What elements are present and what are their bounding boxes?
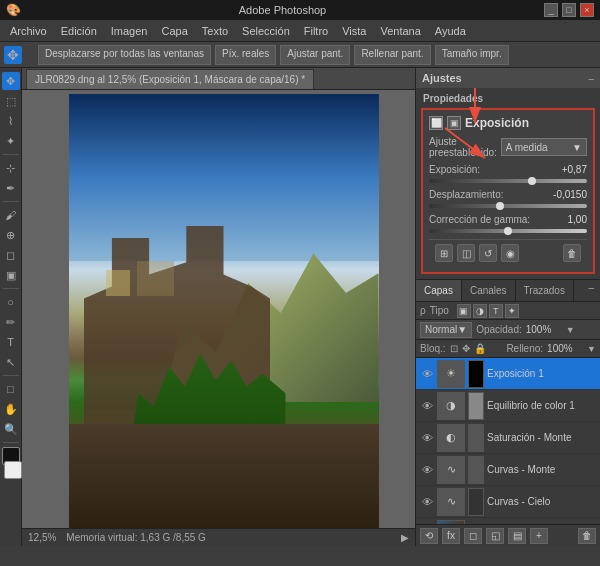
menu-ventana[interactable]: Ventana <box>374 23 426 39</box>
minimize-button[interactable]: _ <box>544 3 558 17</box>
canvas-tab[interactable]: JLR0829.dng al 12,5% (Exposición 1, Másc… <box>26 69 314 89</box>
gamma-slider[interactable] <box>429 229 587 233</box>
layers-footer: ⟲ fx ◻ ◱ ▤ + 🗑 <box>416 524 600 546</box>
preset-row: Ajuste preestablecido: A medida ▼ <box>429 136 587 158</box>
tab-canales[interactable]: Canales <box>462 280 516 301</box>
adjustments-panel-header[interactable]: Ajustes – <box>416 68 600 88</box>
fill-screen-btn[interactable]: Rellenar pant. <box>354 45 430 65</box>
fx-btn[interactable]: fx <box>442 528 460 544</box>
adj-layer-btn[interactable]: ◱ <box>486 528 504 544</box>
tab-capas[interactable]: Capas <box>416 280 462 301</box>
preset-dropdown[interactable]: A medida ▼ <box>501 138 587 156</box>
text-tool-icon[interactable]: T <box>2 333 20 351</box>
menu-texto[interactable]: Texto <box>196 23 234 39</box>
menu-filtro[interactable]: Filtro <box>298 23 334 39</box>
filter-shape-icon[interactable]: ✦ <box>505 304 519 318</box>
lock-move-btn[interactable]: ✥ <box>462 343 470 354</box>
close-button[interactable]: × <box>580 3 594 17</box>
title-bar-controls: _ □ × <box>544 3 594 17</box>
layer-item[interactable]: 👁 ◐ Saturación - Monte <box>416 422 600 454</box>
layer-visibility-toggle[interactable]: 👁 <box>420 463 434 477</box>
eyedropper-icon[interactable]: ✒ <box>2 179 20 197</box>
menu-edicion[interactable]: Edición <box>55 23 103 39</box>
adjustments-collapse[interactable]: – <box>588 73 594 84</box>
tool-delete-btn[interactable]: 🗑 <box>563 244 581 262</box>
crop-tool-icon[interactable]: ⊹ <box>2 159 20 177</box>
layers-panel-collapse[interactable]: – <box>582 280 600 301</box>
dodge-tool-icon[interactable]: ○ <box>2 293 20 311</box>
layer-visibility-toggle[interactable]: 👁 <box>420 495 434 509</box>
gamma-slider-thumb[interactable] <box>504 227 512 235</box>
shape-tool-icon[interactable]: □ <box>2 380 20 398</box>
menu-imagen[interactable]: Imagen <box>105 23 154 39</box>
tool-reset-btn[interactable]: ↺ <box>479 244 497 262</box>
memory-info: Memoria virtual: 1,63 G /8,55 G <box>66 532 206 543</box>
dropdown-arrow-icon: ▼ <box>572 142 582 153</box>
layer-item[interactable]: 👁 ∿ Curvas - Monte <box>416 454 600 486</box>
fit-screen-btn[interactable]: Ajustar pant. <box>280 45 350 65</box>
fill-label: Relleno: <box>506 343 543 354</box>
selection-tool-icon[interactable]: ⬚ <box>2 92 20 110</box>
displacement-value: -0,0150 <box>537 189 587 200</box>
brush-tool-icon[interactable]: 🖌 <box>2 206 20 224</box>
layers-panel: Capas Canales Trazados – ρ Tipo ▣ ◑ T ✦ … <box>416 280 600 546</box>
lasso-tool-icon[interactable]: ⌇ <box>2 112 20 130</box>
exposure-header: ⬜ ▣ Exposición <box>429 116 587 130</box>
tool-separator-3 <box>3 288 19 289</box>
zoom-tool-icon[interactable]: 🔍 <box>2 420 20 438</box>
tool-view-btn[interactable]: ◫ <box>457 244 475 262</box>
hand-tool-icon[interactable]: ✋ <box>2 400 20 418</box>
menu-ayuda[interactable]: Ayuda <box>429 23 472 39</box>
menu-archivo[interactable]: Archivo <box>4 23 53 39</box>
background-color[interactable] <box>4 461 22 479</box>
layer-item[interactable]: 👁 ∿ Curvas - Cielo <box>416 486 600 518</box>
link-layers-btn[interactable]: ⟲ <box>420 528 438 544</box>
filter-pixel-icon[interactable]: ▣ <box>457 304 471 318</box>
displacement-slider-thumb[interactable] <box>496 202 504 210</box>
lock-all-btn[interactable]: 🔒 <box>474 343 486 354</box>
title-bar-icon: 🎨 <box>6 3 21 17</box>
menu-capa[interactable]: Capa <box>155 23 193 39</box>
eraser-tool-icon[interactable]: ◻ <box>2 246 20 264</box>
print-size-btn[interactable]: Tamaño impr. <box>435 45 509 65</box>
properties-label: Propiedades <box>419 91 597 106</box>
layer-item[interactable]: 👁 ◑ Equilibrio de color 1 <box>416 390 600 422</box>
photo-container <box>69 94 379 528</box>
layer-visibility-toggle[interactable]: 👁 <box>420 431 434 445</box>
gradient-tool-icon[interactable]: ▣ <box>2 266 20 284</box>
layer-visibility-toggle[interactable]: 👁 <box>420 367 434 381</box>
delete-layer-btn[interactable]: 🗑 <box>578 528 596 544</box>
move-tool-icon[interactable]: ✥ <box>2 72 20 90</box>
clone-stamp-icon[interactable]: ⊕ <box>2 226 20 244</box>
canvas-content[interactable] <box>22 90 415 528</box>
move-tool[interactable]: ✥ <box>4 46 22 64</box>
layer-visibility-toggle[interactable]: 👁 <box>420 399 434 413</box>
menu-vista[interactable]: Vista <box>336 23 372 39</box>
pen-tool-icon[interactable]: ✏ <box>2 313 20 331</box>
exposure-slider[interactable] <box>429 179 587 183</box>
tool-visibility-btn[interactable]: ◉ <box>501 244 519 262</box>
magic-wand-icon[interactable]: ✦ <box>2 132 20 150</box>
menu-seleccion[interactable]: Selección <box>236 23 296 39</box>
path-select-icon[interactable]: ↖ <box>2 353 20 371</box>
real-pixels-btn[interactable]: Píx. reales <box>215 45 276 65</box>
maximize-button[interactable]: □ <box>562 3 576 17</box>
layers-locks-row: Bloq.: ⊡ ✥ 🔒 Relleno: 100% ▼ <box>416 340 600 358</box>
layer-item[interactable]: 👁 ☀ Exposición 1 <box>416 358 600 390</box>
tool-separator-2 <box>3 201 19 202</box>
main-area: ✥ ⬚ ⌇ ✦ ⊹ ✒ 🖌 ⊕ ◻ ▣ ○ ✏ T ↖ □ ✋ 🔍 JLR082… <box>0 68 600 546</box>
new-layer-btn[interactable]: + <box>530 528 548 544</box>
fill-value: 100% <box>547 343 583 354</box>
tool-clip-btn[interactable]: ⊞ <box>435 244 453 262</box>
filter-text-icon[interactable]: T <box>489 304 503 318</box>
forward-arrow[interactable]: ▶ <box>401 532 409 543</box>
displacement-slider[interactable] <box>429 204 587 208</box>
lock-pixel-btn[interactable]: ⊡ <box>450 343 458 354</box>
tab-trazados[interactable]: Trazados <box>516 280 574 301</box>
mask-btn[interactable]: ◻ <box>464 528 482 544</box>
scroll-all-btn[interactable]: Desplazarse por todas las ventanas <box>38 45 211 65</box>
exposure-slider-thumb[interactable] <box>528 177 536 185</box>
group-btn[interactable]: ▤ <box>508 528 526 544</box>
filter-adj-icon[interactable]: ◑ <box>473 304 487 318</box>
blend-mode-dropdown[interactable]: Normal ▼ <box>420 322 472 338</box>
